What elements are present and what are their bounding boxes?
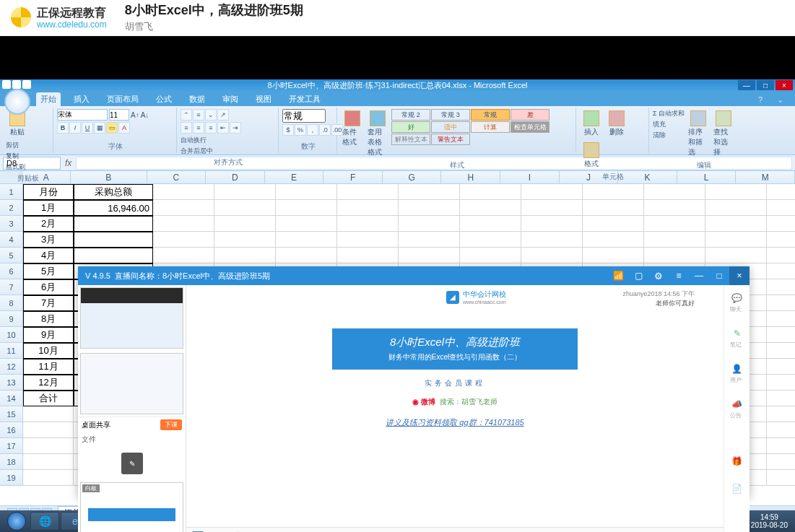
cell[interactable]	[214, 232, 276, 248]
format-painter-button[interactable]: 格式刷	[6, 162, 25, 172]
cell[interactable]	[74, 216, 153, 232]
cell[interactable]	[767, 454, 795, 470]
cell[interactable]: 3月	[23, 232, 74, 248]
cell[interactable]	[23, 422, 74, 438]
fill-button[interactable]: 填充	[653, 120, 685, 129]
align-center-icon[interactable]: ≡	[193, 122, 204, 134]
orient-icon[interactable]: ↗	[217, 109, 229, 121]
ribbon-minimize-icon[interactable]: ⌄	[773, 94, 788, 106]
format-cell-button[interactable]: 格式	[580, 141, 603, 170]
pencil-icon[interactable]: ✎	[121, 453, 143, 474]
col-header-l[interactable]: L	[677, 171, 737, 183]
cell[interactable]	[521, 232, 583, 248]
cell[interactable]	[337, 216, 399, 232]
file-label[interactable]: 文件	[78, 432, 186, 447]
row-header[interactable]: 4	[0, 232, 23, 248]
clear-button[interactable]: 清除	[653, 131, 685, 140]
cell[interactable]	[644, 232, 705, 248]
row-header[interactable]: 18	[0, 454, 23, 470]
delete-cell-button[interactable]: 删除	[605, 109, 628, 139]
cell[interactable]	[644, 200, 705, 216]
copy-button[interactable]: 复制	[6, 152, 25, 161]
cell[interactable]	[214, 200, 276, 216]
cell[interactable]	[153, 200, 214, 216]
cell[interactable]	[153, 184, 214, 200]
cell[interactable]	[521, 200, 583, 216]
cell[interactable]	[767, 422, 795, 438]
brand-logo[interactable]: 正保远程教育 www.cdeledu.com	[11, 6, 107, 30]
align-left-icon[interactable]: ≡	[181, 122, 192, 134]
cell[interactable]	[767, 295, 795, 311]
cell[interactable]	[399, 200, 460, 216]
cell[interactable]	[767, 200, 795, 216]
cell[interactable]	[705, 184, 767, 200]
cell[interactable]: 7月	[23, 295, 74, 311]
minimize-icon[interactable]: —	[689, 266, 709, 285]
row-header[interactable]: 14	[0, 391, 23, 406]
cell[interactable]	[74, 232, 153, 248]
cell[interactable]	[460, 200, 521, 216]
cell[interactable]	[460, 248, 521, 263]
fill-color-button[interactable]: ▭	[106, 122, 118, 134]
increase-font-icon[interactable]: A↑	[131, 111, 139, 119]
cell[interactable]	[583, 216, 644, 232]
col-header-c[interactable]: C	[147, 171, 207, 183]
cell[interactable]	[214, 248, 276, 263]
cell[interactable]	[644, 248, 705, 263]
cell[interactable]	[23, 470, 74, 486]
col-header-m[interactable]: M	[736, 171, 795, 183]
cell[interactable]	[276, 248, 337, 263]
tab-insert[interactable]: 插入	[69, 92, 94, 106]
cell[interactable]	[767, 279, 795, 295]
cell[interactable]: 8月	[23, 311, 74, 327]
cell[interactable]	[337, 200, 399, 216]
row-header[interactable]: 8	[0, 295, 23, 311]
cell[interactable]	[767, 470, 795, 486]
cell[interactable]: 2月	[23, 216, 74, 232]
cell[interactable]	[705, 248, 767, 263]
gift-icon[interactable]: 🎁	[730, 454, 744, 468]
clock[interactable]: 14:59 2019-08-20	[751, 513, 792, 529]
start-button[interactable]	[3, 510, 30, 532]
inc-dec-icon[interactable]: .0	[319, 124, 331, 136]
settings-icon[interactable]: ⚙	[648, 266, 669, 285]
help-icon[interactable]: ?	[754, 94, 767, 106]
cell[interactable]	[767, 216, 795, 232]
row-header[interactable]: 11	[0, 343, 23, 359]
col-header-g[interactable]: G	[383, 171, 442, 183]
maximize-button[interactable]: □	[757, 80, 774, 90]
cell[interactable]	[276, 232, 337, 248]
percent-icon[interactable]: %	[295, 124, 306, 136]
cell[interactable]	[767, 375, 795, 391]
cell[interactable]	[644, 216, 705, 232]
align-right-icon[interactable]: ≡	[205, 122, 217, 134]
cell[interactable]	[399, 216, 460, 232]
underline-button[interactable]: U	[82, 122, 93, 134]
cell[interactable]	[74, 248, 153, 263]
cell[interactable]	[23, 406, 74, 422]
col-header-e[interactable]: E	[265, 171, 324, 183]
cell[interactable]	[337, 248, 399, 263]
tab-data[interactable]: 数据	[185, 92, 209, 106]
cell[interactable]	[276, 216, 337, 232]
col-header-f[interactable]: F	[323, 171, 383, 183]
cell[interactable]	[399, 232, 460, 248]
cell[interactable]	[337, 232, 399, 248]
table-format-button[interactable]: 套用表格格式	[366, 109, 389, 159]
cell[interactable]	[521, 248, 583, 263]
screen-thumbnail-3[interactable]: 白板 8小时Excel中，高级进…	[80, 482, 183, 532]
cell[interactable]: 12月	[23, 375, 74, 391]
cell[interactable]	[767, 391, 795, 406]
cell[interactable]: 采购总额	[74, 184, 153, 200]
sort-button[interactable]: 排序和筛选	[687, 109, 710, 159]
end-class-button[interactable]: 下课	[160, 419, 182, 430]
tab-formula[interactable]: 公式	[152, 92, 176, 106]
cell[interactable]: 9月	[23, 327, 74, 343]
cell[interactable]	[705, 216, 767, 232]
row-header[interactable]: 2	[0, 200, 23, 216]
cell[interactable]	[767, 263, 795, 279]
col-header-b[interactable]: B	[71, 171, 147, 183]
row-header[interactable]: 17	[0, 438, 23, 454]
user-icon[interactable]: 👤	[730, 362, 744, 376]
tab-review[interactable]: 审阅	[218, 92, 243, 106]
